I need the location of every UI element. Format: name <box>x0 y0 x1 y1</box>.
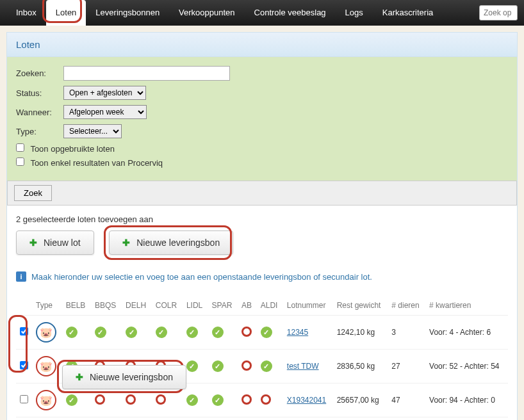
check-icon <box>212 360 224 372</box>
ring-icon <box>242 360 252 371</box>
kwartieren: Voor: 52 - Achter: 54 <box>425 350 508 384</box>
toon-opgebruikte-checkbox[interactable] <box>16 143 24 152</box>
page-panel: Loten Zoeken: Status: Open + afgesloten … <box>6 32 518 420</box>
check-icon <box>261 327 272 338</box>
th-colr: COLR <box>152 296 183 316</box>
table-header-row: Type BELB BBQS DELH COLR LIDL SPAR AB AL… <box>16 296 508 316</box>
ring-icon <box>242 327 252 337</box>
table-row: 🐷123451242,10 kg3Voor: 4 - Achter: 6 <box>16 316 508 350</box>
type-label: Type: <box>16 127 63 136</box>
check-icon <box>66 327 78 338</box>
context-nieuwe-leveringsbon-button[interactable]: ✚ Nieuwe leveringsbon <box>62 365 186 389</box>
plus-icon: ✚ <box>29 238 37 248</box>
ring-icon <box>95 394 105 405</box>
lotnummer-link[interactable]: X19342041 <box>287 396 326 405</box>
zoeken-label: Zoeken: <box>16 69 63 78</box>
nav-leveringsbonnen[interactable]: Leveringsbonnen <box>86 0 169 26</box>
rest-gewicht: 25657,00 kg <box>333 384 388 417</box>
nieuwe-leveringsbon-button[interactable]: ✚ Nieuwe leveringsbon <box>109 230 233 255</box>
info-icon: i <box>16 271 26 282</box>
th-rest: Rest gewicht <box>333 296 388 316</box>
zoek-button[interactable]: Zoek <box>14 185 52 201</box>
row-checkbox[interactable] <box>20 361 28 369</box>
th-bbqs: BBQS <box>91 296 122 316</box>
status-label: Status: <box>16 88 63 98</box>
th-belb: BELB <box>62 296 91 316</box>
type-select[interactable]: Selecteer... <box>63 124 122 138</box>
nav-controle-veebeslag[interactable]: Controle veebeslag <box>245 0 336 26</box>
wanneer-select[interactable]: Afgelopen week <box>63 105 147 119</box>
lotnummer-link[interactable]: 12345 <box>287 328 308 337</box>
search-input[interactable] <box>479 5 518 20</box>
th-type: Type <box>32 296 62 316</box>
pig-icon: 🐷 <box>36 390 56 410</box>
top-navbar: Inbox Loten Leveringsbonnen Verkooppunte… <box>0 0 524 26</box>
filter-panel: Zoeken: Status: Open + afgesloten Wannee… <box>7 57 517 181</box>
th-dieren: # dieren <box>388 296 425 316</box>
nieuwe-leveringsbon-label: Nieuwe leveringsbon <box>136 238 220 248</box>
nieuw-lot-button[interactable]: ✚ Nieuw lot <box>16 230 94 255</box>
nav-inbox[interactable]: Inbox <box>6 0 46 26</box>
th-lotnummer: Lotnummer <box>283 296 333 316</box>
th-ab: AB <box>238 296 257 316</box>
check-icon <box>212 394 224 406</box>
th-lidl: LIDL <box>183 296 208 316</box>
status-select[interactable]: Open + afgesloten <box>63 86 146 100</box>
check-icon <box>156 327 167 338</box>
lot-grid: Type BELB BBQS DELH COLR LIDL SPAR AB AL… <box>7 289 517 420</box>
pig-icon: 🐷 <box>36 322 56 343</box>
th-aldi: ALDI <box>257 296 283 316</box>
check-icon <box>186 327 198 338</box>
row-checkbox[interactable] <box>20 395 28 403</box>
th-kwartieren: # kwartieren <box>425 296 508 316</box>
toon-opgebruikte-label: Toon opgebruikte loten <box>30 144 115 154</box>
ring-icon <box>242 394 252 405</box>
pig-icon: 🐷 <box>36 356 56 376</box>
check-icon <box>186 394 198 406</box>
kwartieren: Voor: 4 - Achter: 6 <box>425 316 508 350</box>
check-icon <box>66 394 78 406</box>
ring-icon <box>156 394 166 405</box>
toon-procerviq-checkbox[interactable] <box>16 158 24 166</box>
plus-icon: ✚ <box>76 372 83 382</box>
nav-karkascriteria[interactable]: Karkascriteria <box>373 0 443 26</box>
check-icon <box>95 327 106 338</box>
context-nieuwe-leveringsbon-label: Nieuwe leveringsbon <box>90 372 173 382</box>
check-icon <box>212 327 224 338</box>
wanneer-label: Wanneer: <box>16 108 63 117</box>
aantal-dieren: 47 <box>388 384 425 417</box>
check-icon <box>126 327 137 338</box>
lotnummer-link[interactable]: test TDW <box>287 362 319 371</box>
check-icon <box>261 360 272 372</box>
zoek-bar: Zoek <box>7 181 517 206</box>
zoeken-input[interactable] <box>63 66 230 81</box>
th-delh: DELH <box>122 296 152 316</box>
info-bar: i Maak hieronder uw selectie en voeg toe… <box>7 264 517 289</box>
nav-verkooppunten[interactable]: Verkooppunten <box>169 0 244 26</box>
rest-gewicht: 2836,50 kg <box>333 350 388 384</box>
nav-loten[interactable]: Loten <box>46 0 86 26</box>
page-title: Loten <box>7 33 517 57</box>
aantal-dieren: 27 <box>388 350 425 384</box>
nav-logs[interactable]: Logs <box>336 0 373 26</box>
plus-icon: ✚ <box>122 238 130 248</box>
actions-panel: 2 geselecteerde loten toevoegen aan ✚ Ni… <box>7 206 517 264</box>
row-checkbox[interactable] <box>20 327 28 335</box>
selection-hint: 2 geselecteerde loten toevoegen aan <box>16 214 508 224</box>
aantal-dieren: 3 <box>388 316 425 350</box>
check-icon <box>186 360 198 372</box>
top-search <box>479 5 518 20</box>
info-text: Maak hieronder uw selectie en voeg toe a… <box>31 272 372 282</box>
ring-icon <box>261 394 271 405</box>
nieuw-lot-label: Nieuw lot <box>44 238 81 248</box>
th-spar: SPAR <box>208 296 238 316</box>
ring-icon <box>126 394 136 405</box>
toon-procerviq-label: Toon enkel resultaten van Procerviq <box>30 158 163 168</box>
rest-gewicht: 1242,10 kg <box>333 316 388 350</box>
kwartieren: Voor: 94 - Achter: 0 <box>425 384 508 417</box>
